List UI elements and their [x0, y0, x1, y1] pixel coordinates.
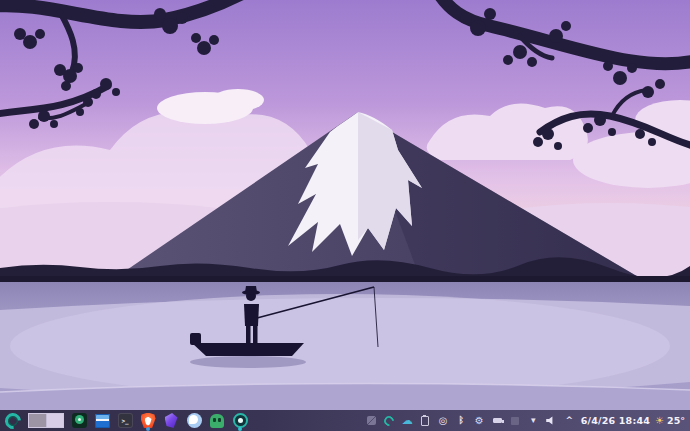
desktop: >_ ☁ ◎	[0, 0, 690, 431]
taskbar-app-ghost[interactable]	[209, 412, 225, 429]
expand-tray-icon[interactable]: ^	[563, 413, 576, 428]
fuji-illustration	[0, 0, 690, 431]
launcher-tray-icon[interactable]	[383, 413, 396, 428]
speaker-glyph	[546, 416, 556, 425]
taskbar-left: >_	[5, 412, 248, 429]
messenger-bubble-icon	[187, 413, 202, 428]
taskbar-app-messenger[interactable]	[186, 412, 202, 429]
taskbar-app-obsidian[interactable]	[163, 412, 179, 429]
desktop-wallpaper	[0, 0, 690, 431]
bluetooth-icon[interactable]: ᛒ	[455, 413, 468, 428]
taskbar-app-terminal[interactable]: >_	[117, 412, 133, 429]
virtual-desktop-pager[interactable]	[28, 413, 64, 428]
battery-glyph	[493, 418, 502, 423]
taskbar-app-green[interactable]	[71, 412, 87, 429]
terminal-icon: >_	[118, 413, 133, 428]
desktop-2-cell[interactable]	[47, 414, 64, 427]
file-manager-icon	[95, 414, 110, 428]
record-icon[interactable]: ◎	[437, 413, 450, 428]
sun-icon: ☀	[655, 415, 664, 426]
launcher-icon	[2, 409, 25, 431]
green-app-icon	[72, 413, 87, 428]
muted-status-glyph	[367, 416, 376, 425]
taskbar-app-file-manager[interactable]	[94, 412, 110, 429]
battery-icon[interactable]	[491, 413, 504, 428]
taskbar-app-brave-browser[interactable]	[140, 412, 156, 429]
taskbar-app-scanner[interactable]	[232, 412, 248, 429]
taskbar: >_ ☁ ◎	[0, 410, 690, 431]
muted-status-icon[interactable]	[365, 413, 378, 428]
network-dropdown-icon[interactable]: ▾	[527, 413, 540, 428]
settings-gear-icon[interactable]: ⚙	[473, 413, 486, 428]
clock[interactable]: 6/4/26 18:44	[581, 415, 650, 426]
inactive-glyph	[511, 417, 519, 425]
scanner-app-icon	[233, 413, 248, 428]
running-indicator	[146, 427, 150, 431]
volume-icon[interactable]	[545, 413, 558, 428]
launcher-button[interactable]	[5, 412, 21, 429]
temperature-label: 25°	[667, 415, 685, 426]
clipboard-icon[interactable]	[419, 413, 432, 428]
running-indicator	[238, 427, 242, 431]
clipboard-glyph	[421, 416, 429, 426]
launcher-tray-glyph	[382, 413, 396, 427]
weather-widget[interactable]: ☀ 25°	[655, 415, 685, 426]
desktop-1-cell[interactable]	[29, 414, 47, 427]
ghost-app-icon	[210, 414, 224, 428]
inactive-tray-icon[interactable]	[509, 413, 522, 428]
cloud-sync-icon[interactable]: ☁	[401, 413, 414, 428]
system-tray: ☁ ◎ ᛒ ⚙ ▾ ^ 6/4/26 18:44 ☀ 25°	[365, 413, 685, 428]
obsidian-gem-icon	[165, 413, 178, 428]
